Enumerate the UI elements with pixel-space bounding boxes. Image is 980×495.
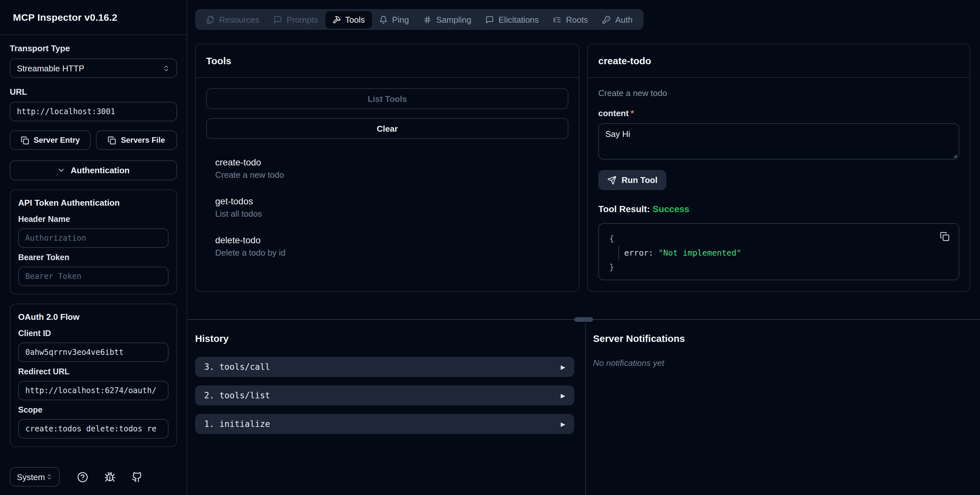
tool-description: List all todos — [215, 209, 568, 219]
json-string-value: "Not implemented" — [658, 248, 741, 257]
tools-panel-title: Tools — [206, 55, 231, 66]
tab-tools[interactable]: Tools — [325, 11, 372, 28]
redirect-url-label: Redirect URL — [18, 367, 169, 376]
expand-arrow-icon: ▶ — [561, 421, 565, 427]
github-button[interactable] — [132, 471, 143, 482]
url-input-wrap — [10, 102, 177, 121]
tool-description: Create a new todo — [215, 170, 568, 180]
tab-label: Roots — [566, 14, 588, 24]
hash-icon — [423, 15, 432, 24]
tool-result-status: Success — [652, 204, 689, 214]
json-open-brace: { — [609, 232, 948, 246]
message-square-icon — [274, 15, 282, 24]
tool-list-item-create-todo[interactable]: create-todo Create a new todo — [215, 157, 568, 180]
bug-icon — [104, 471, 115, 482]
help-button[interactable] — [77, 471, 88, 482]
json-close-brace: } — [609, 260, 948, 275]
tab-label: Auth — [616, 14, 633, 24]
server-notifications-title: Server Notifications — [593, 333, 980, 344]
tool-list-item-get-todos[interactable]: get-todos List all todos — [215, 196, 568, 219]
tools-panel-body: List Tools Clear create-todo Create a ne… — [196, 78, 579, 284]
tab-label: Ping — [392, 14, 409, 24]
tool-description: Delete a todo by id — [215, 248, 568, 257]
debug-button[interactable] — [104, 471, 115, 482]
transport-type-select[interactable]: Streamable HTTP — [10, 58, 177, 78]
content-field-label: content* — [598, 109, 959, 118]
key-icon — [603, 15, 611, 24]
history-item-tools-call[interactable]: 3. tools/call ▶ — [195, 357, 574, 377]
copy-result-button[interactable] — [940, 232, 950, 241]
list-tools-button[interactable]: List Tools — [206, 88, 568, 109]
tab-sampling[interactable]: Sampling — [416, 11, 478, 28]
history-item-label: 1. initialize — [204, 419, 270, 429]
tab-ping[interactable]: Ping — [372, 11, 416, 28]
servers-file-label: Servers File — [121, 136, 165, 145]
url-input[interactable] — [17, 107, 170, 116]
redirect-url-input[interactable] — [25, 386, 161, 395]
copy-icon — [108, 136, 116, 144]
sidebar-header: MCP Inspector v0.16.2 — [0, 0, 187, 35]
bearer-token-label: Bearer Token — [18, 253, 169, 262]
bell-icon — [379, 15, 388, 24]
client-id-label: Client ID — [18, 329, 169, 338]
history-item-label: 3. tools/call — [204, 362, 270, 372]
redirect-url-input-wrap — [18, 381, 169, 400]
sidebar: MCP Inspector v0.16.2 Transport Type Str… — [0, 0, 187, 495]
theme-select[interactable]: System — [10, 467, 60, 487]
help-circle-icon — [77, 471, 88, 482]
content-field-wrap: Say Hi — [598, 123, 959, 162]
mcp-inspector-app: MCP Inspector v0.16.2 Transport Type Str… — [0, 0, 980, 495]
client-id-input[interactable] — [25, 348, 161, 357]
authentication-label: Authentication — [71, 165, 130, 175]
tool-detail-description: Create a new todo — [598, 88, 959, 98]
run-tool-label: Run Tool — [622, 175, 657, 185]
notifications-empty-message: No notifications yet — [593, 358, 980, 368]
tab-prompts[interactable]: Prompts — [266, 11, 325, 28]
tab-bar: Resources Prompts Tools Ping Sampling — [195, 9, 644, 30]
scope-label: Scope — [18, 406, 169, 415]
servers-file-button[interactable]: Servers File — [96, 130, 177, 150]
sidebar-footer: System — [10, 467, 177, 487]
tool-name: create-todo — [215, 157, 568, 168]
github-icon — [132, 471, 143, 482]
tab-resources[interactable]: Resources — [199, 11, 266, 28]
scope-input[interactable] — [25, 424, 161, 433]
tab-roots[interactable]: Roots — [546, 11, 595, 28]
copy-icon — [940, 232, 950, 241]
tab-label: Tools — [345, 14, 365, 24]
tool-result-json: { error: "Not implemented" } — [598, 223, 959, 280]
tab-auth[interactable]: Auth — [595, 11, 640, 28]
copy-icon — [21, 136, 29, 144]
oauth-card: OAuth 2.0 Flow Client ID Redirect URL Sc… — [10, 303, 177, 447]
api-token-card: API Token Authentication Header Name Bea… — [10, 190, 177, 295]
message-square-icon — [485, 15, 494, 24]
tab-label: Prompts — [286, 14, 318, 24]
content-textarea[interactable]: Say Hi — [598, 123, 959, 160]
history-item-initialize[interactable]: 1. initialize ▶ — [195, 414, 574, 434]
bearer-token-input[interactable] — [25, 272, 161, 281]
header-name-input-wrap — [18, 228, 169, 248]
server-entry-button[interactable]: Server Entry — [10, 130, 91, 150]
tab-elicitations[interactable]: Elicitations — [478, 11, 546, 28]
client-id-input-wrap — [18, 343, 169, 362]
run-tool-button[interactable]: Run Tool — [598, 170, 667, 190]
json-key: error: — [624, 248, 653, 257]
tool-list-item-delete-todo[interactable]: delete-todo Delete a todo by id — [215, 235, 568, 257]
clear-tools-button[interactable]: Clear — [206, 118, 568, 139]
history-section: History 3. tools/call ▶ 2. tools/list ▶ … — [187, 320, 585, 495]
sidebar-body: Transport Type Streamable HTTP URL Serve… — [0, 35, 187, 447]
history-title: History — [195, 333, 585, 344]
copy-buttons-row: Server Entry Servers File — [10, 130, 177, 150]
history-item-tools-list[interactable]: 2. tools/list ▶ — [195, 385, 574, 406]
tool-detail-body: Create a new todo content* Say Hi Run To… — [588, 78, 970, 291]
tool-detail-header: create-todo — [588, 44, 970, 78]
expand-arrow-icon: ▶ — [561, 364, 565, 370]
list-tree-icon — [553, 15, 562, 24]
hammer-icon — [332, 15, 340, 24]
tools-panel-header: Tools — [196, 44, 579, 78]
header-name-label: Header Name — [18, 215, 169, 224]
files-icon — [206, 15, 215, 24]
authentication-toggle[interactable]: Authentication — [10, 160, 177, 180]
header-name-input[interactable] — [25, 233, 161, 243]
server-entry-label: Server Entry — [34, 136, 80, 145]
